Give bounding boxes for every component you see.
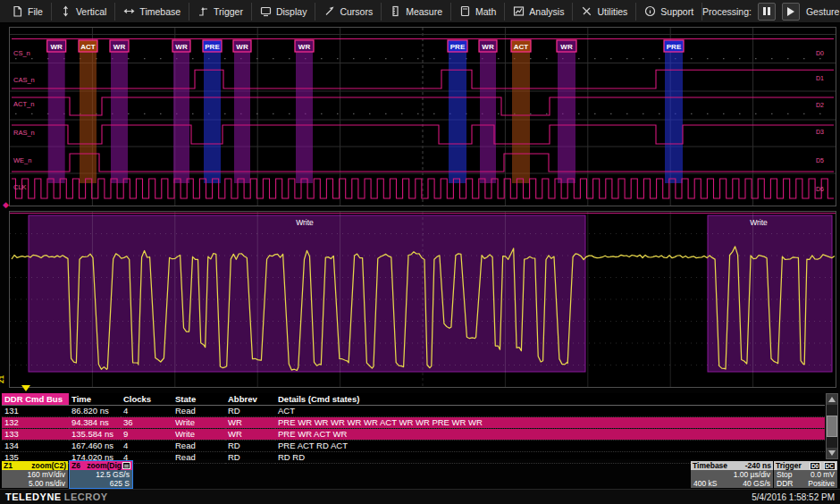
timebase-icon [123,5,135,17]
support-icon [644,5,656,17]
menu-item-label: Analysis [529,6,564,17]
trigger-type: DDR [777,479,793,488]
trigger-mode: Stop [777,470,793,479]
menu-item-vertical[interactable]: Vertical [52,3,115,21]
menu-item-label: Timebase [139,6,181,17]
write-region-label: Write [296,218,314,227]
digital-timing-panel[interactable]: WRACTWRWRPREWRWRPREWRACTWRPRECS_nD0CAS_n… [9,27,836,206]
trigger-box[interactable]: Trigger D0 DC Stop 0.0 mV DDR Positive [774,461,837,488]
file-icon [12,5,23,17]
status-bar: TELEDYNELECROY 5/4/2016 1:58:52 PM [0,489,840,504]
analog-zoom-panel[interactable]: WriteWrite [9,211,836,388]
menu-item-label: Measure [406,6,442,17]
channel-label-cas_n: CAS_n [13,76,35,84]
table-row-132[interactable]: 13294.384 ns36WriteWRPRE WR WR WR WR WR … [2,417,825,429]
command-band-wr [234,40,250,183]
z1-tdiv: 5.00 ns/div [4,479,65,488]
svg-text:WR: WR [51,43,63,51]
bus-label-d5: D5 [816,157,824,164]
column-header[interactable]: State [172,393,225,406]
scrollbar-track[interactable] [827,405,837,448]
scroll-down-button[interactable] [827,448,837,458]
trigger-level: 0.0 mV [811,470,835,479]
column-header[interactable]: Abbrev [225,393,275,406]
display-icon [260,5,272,17]
utilities-icon [581,5,592,17]
trigger-source-badge: D0 [810,462,820,470]
bus-label-d2: D2 [816,102,824,108]
menu-item-label: Display [276,6,307,17]
menu-item-label: Math [475,6,496,17]
command-band-wr [480,40,496,183]
svg-text:PRE: PRE [667,43,682,51]
play-icon [787,7,794,16]
menu-right-cluster: Processing: Gesture Undo ↶ [702,2,840,21]
table-row-134[interactable]: 134167.460 ns4ReadRDPRE ACT RD ACT [2,441,825,452]
menu-item-cursors[interactable]: Cursors [315,3,382,21]
gesture-label: Gesture [806,6,839,17]
digital-trace-marker[interactable]: ◆ [3,200,9,209]
channel-label-act_n: ACT_n [13,100,34,108]
menu-item-utilities[interactable]: Utilities [573,3,636,21]
table-scrollbar[interactable] [826,393,838,459]
z6-source: zoom(Dig [87,461,122,470]
svg-text:WR: WR [113,43,126,51]
menu-item-trigger[interactable]: Trigger [189,3,252,21]
z1-descriptor-box[interactable]: Z1 zoom(C2) 160 mV/div 5.00 ns/div [2,461,68,488]
timebase-rate: 40 GS/s [743,479,770,488]
z1-source: zoom(C2) [31,461,66,470]
column-header[interactable]: Clocks [121,393,172,406]
menu-item-display[interactable]: Display [252,3,315,21]
svg-text:WR: WR [560,43,573,51]
ddr-decode-table[interactable]: DDR Cmd BusTimeClocksStateAbbrevDetails … [2,393,825,459]
column-header[interactable]: Details (Cmd states) [275,393,825,406]
svg-text:WR: WR [236,43,248,51]
z6-descriptor-box[interactable]: Z6 zoom(Dig 12.5 GS/s 625 S [69,460,133,489]
timebase-samples: 400 kS [693,479,717,488]
menu-item-math[interactable]: Math [451,3,505,21]
timebase-offset: -240 ns [745,461,771,470]
command-band-pre [449,40,466,183]
channel-label-we_n: WE_n [13,156,31,164]
menu-item-support[interactable]: Support [636,3,702,21]
arrow-up-icon [828,397,836,402]
svg-text:WR: WR [482,43,494,51]
math-icon [459,5,471,17]
z6-rate: 12.5 GS/s [72,470,130,479]
scroll-up-button[interactable] [827,394,837,405]
column-header[interactable]: Time [69,393,121,406]
trigger-icon [197,5,209,17]
table-row-133[interactable]: 133135.584 ns9WriteWRPRE WR ACT WR [2,429,825,441]
channel-label-clk: CLK [13,183,27,191]
command-band-wr [173,40,189,183]
scrollbar-thumb[interactable] [827,416,837,437]
play-button[interactable] [782,3,800,21]
menu-item-label: Vertical [76,6,106,17]
oscilloscope-app: FileVerticalTimebaseTriggerDisplayCursor… [0,0,840,504]
pause-button[interactable] [758,3,776,21]
command-band-pre [665,40,683,183]
decode-table[interactable]: DDR Cmd BusTimeClocksStateAbbrevDetails … [2,393,825,464]
processing-label: Processing: [702,6,752,17]
z6-samples: 625 S [72,479,130,488]
menu-item-label: Support [660,6,693,17]
z1-trace-marker[interactable] [21,385,30,391]
analysis-icon [513,5,525,17]
table-title[interactable]: DDR Cmd Bus [2,393,69,406]
svg-text:WR: WR [175,43,188,51]
timebase-box[interactable]: Timebase -240 ns 1.00 µs/div 400 kS 40 G… [691,461,773,488]
menu-item-analysis[interactable]: Analysis [505,3,573,21]
z1-axis-label: Z1 [0,375,5,383]
command-band-wr [296,40,313,183]
svg-text:PRE: PRE [450,43,466,51]
table-row-131[interactable]: 13186.820 ns4ReadRDACT [2,406,825,417]
menu-item-file[interactable]: File [4,3,52,21]
svg-text:WR: WR [298,43,311,51]
command-band-wr [48,40,65,183]
command-band-act [512,40,530,183]
menu-item-timebase[interactable]: Timebase [115,3,189,21]
menu-item-label: Utilities [597,6,627,17]
menu-item-measure[interactable]: Measure [382,3,451,21]
z1-id: Z1 [4,461,13,470]
datetime-display: 5/4/2016 1:58:52 PM [752,492,835,502]
